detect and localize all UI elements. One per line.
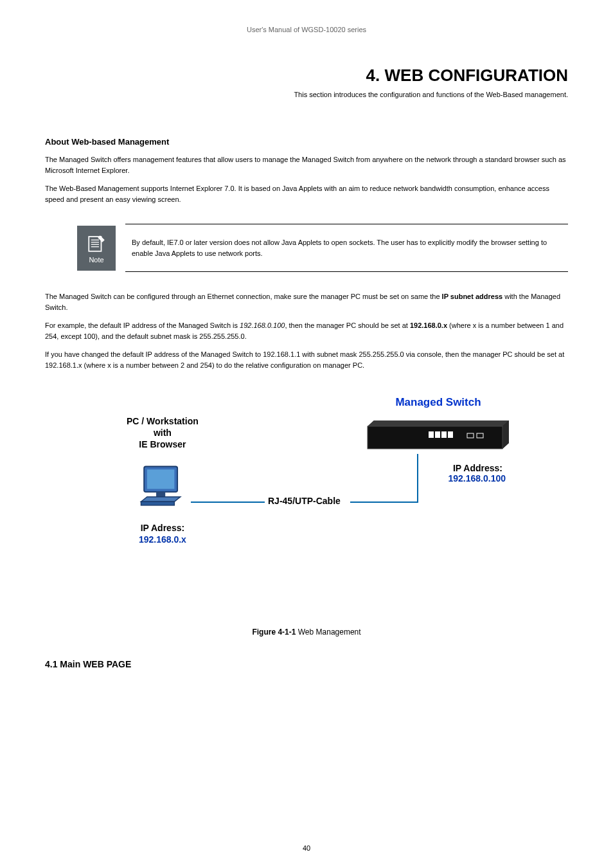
note-box: Note By default, IE7.0 or later version … <box>77 224 568 272</box>
about-section: About Web-based Management The Managed S… <box>45 137 568 204</box>
body-para1: The Managed Switch can be configured thr… <box>45 291 568 312</box>
svg-rect-8 <box>141 502 175 505</box>
ip-range-bold: 192.168.0.x <box>410 321 447 329</box>
about-para1: The Managed Switch offers management fea… <box>45 154 568 176</box>
chapter-subtitle: This section introduces the configuratio… <box>45 91 568 98</box>
switch-title: Managed Switch <box>364 396 512 409</box>
network-diagram: PC / Workstation with IE Browser IP Adre… <box>88 396 525 602</box>
svg-rect-10 <box>429 431 434 438</box>
switch-ip-value: 192.168.0.100 <box>364 473 512 484</box>
pc-label: PC / Workstation with IE Browser <box>127 415 199 451</box>
section-4-1-heading: 4.1 Main WEB PAGE <box>45 659 568 669</box>
cable-line-left <box>191 502 265 503</box>
ip-subnet-bold: IP subnet address <box>442 293 503 300</box>
default-ip-italic: 192.168.0.100 <box>240 321 285 329</box>
svg-rect-13 <box>448 431 453 438</box>
note-content: By default, IE7.0 or later version does … <box>125 224 568 272</box>
about-para2: The Web-Based Management supports Intern… <box>45 183 568 204</box>
cable-label: RJ-45/UTP-Cable <box>268 496 341 506</box>
switch-ip-label: IP Address: <box>364 463 512 473</box>
chapter-section: 4. WEB CONFIGURATION This section introd… <box>45 66 568 98</box>
cable-line-right <box>350 502 418 503</box>
switch-section: Managed Switch IP Address: 192.168.0.100 <box>364 396 512 484</box>
svg-rect-11 <box>435 431 440 438</box>
figure-caption: Figure 4-1-1 Web Management <box>45 628 568 637</box>
svg-rect-7 <box>156 492 165 497</box>
body-para3: If you have changed the default IP addre… <box>45 349 568 370</box>
pc-ip-value: 192.168.0.x <box>127 534 199 545</box>
pc-ip-label: IP Adress: <box>127 523 199 533</box>
body-para2: For example, the default IP address of t… <box>45 320 568 341</box>
note-icon-container: Note <box>77 226 116 271</box>
pc-section: PC / Workstation with IE Browser IP Adre… <box>127 415 199 545</box>
page-header: User's Manual of WGSD-10020 series <box>45 26 568 33</box>
note-label: Note <box>89 256 103 264</box>
chapter-title: 4. WEB CONFIGURATION <box>45 66 568 86</box>
svg-rect-6 <box>147 469 175 489</box>
page-number: 40 <box>0 844 613 852</box>
managed-switch-icon <box>364 419 512 451</box>
pc-workstation-icon <box>135 460 190 515</box>
about-heading: About Web-based Management <box>45 137 568 147</box>
svg-rect-12 <box>441 431 447 438</box>
manual-title: User's Manual of WGSD-10020 series <box>247 26 366 33</box>
notepad-icon <box>85 232 108 255</box>
